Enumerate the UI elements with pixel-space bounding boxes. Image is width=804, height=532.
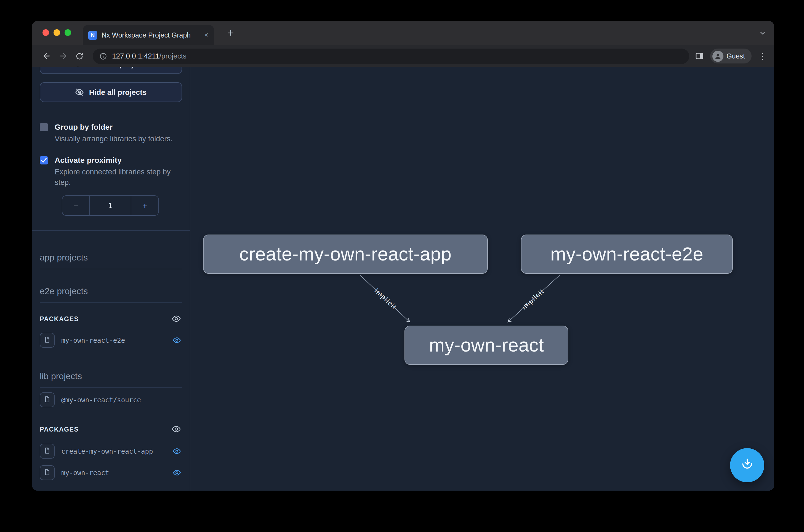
graph-sidebar: Show all projects Hide all projects Grou… [32, 67, 190, 491]
focus-project-button[interactable] [40, 465, 55, 480]
nx-favicon-icon: N [88, 31, 97, 39]
group-by-folder-option: Group by folder Visually arrange librari… [40, 122, 182, 144]
profile-label: Guest [726, 52, 745, 60]
project-name: create-my-own-react-app [61, 447, 153, 455]
download-icon [740, 457, 754, 474]
back-button[interactable] [39, 48, 54, 64]
desktop: N Nx Workspace Project Graph ✕ + [0, 0, 804, 532]
browser-window: N Nx Workspace Project Graph ✕ + [32, 21, 774, 491]
eye-off-icon [75, 88, 84, 97]
project-list-item: create-my-own-react-app [40, 444, 182, 459]
tab-title: Nx Workspace Project Graph [101, 31, 191, 39]
page-content: Show all projects Hide all projects Grou… [32, 67, 774, 491]
toggle-section-visibility-eye-icon[interactable] [172, 314, 181, 323]
url-text: 127.0.0.1:4211/projects [112, 52, 187, 60]
browser-menu-icon[interactable]: ⋮ [758, 51, 768, 61]
activate-proximity-label: Activate proximity [55, 155, 182, 165]
decrement-depth-button[interactable]: − [62, 196, 90, 215]
divider [32, 230, 190, 231]
group-by-folder-label: Group by folder [55, 122, 182, 132]
proximity-depth-stepper: − 1 + [62, 195, 159, 216]
document-icon [44, 446, 51, 456]
url-path: /projects [159, 52, 187, 60]
fullscreen-window-button[interactable] [64, 29, 71, 36]
project-name: my-own-react-e2e [61, 336, 125, 344]
packages-title: PACKAGES [40, 426, 79, 432]
document-icon [44, 395, 51, 405]
dependency-edges [190, 67, 774, 491]
graph-node-my-own-react-e2e[interactable]: my-own-react-e2e [521, 234, 733, 274]
group-by-folder-description: Visually arrange libraries by folders. [55, 134, 182, 144]
project-list-item: @my-own-react/source [40, 392, 182, 407]
hide-all-projects-button[interactable]: Hide all projects [40, 82, 182, 102]
minimize-window-button[interactable] [54, 29, 60, 36]
new-tab-button[interactable]: + [223, 25, 238, 41]
guest-avatar-icon [712, 51, 723, 61]
tab-close-icon[interactable]: ✕ [204, 32, 209, 38]
focus-project-button[interactable] [40, 392, 55, 407]
activate-proximity-option: Activate proximity Explore connected lib… [40, 155, 182, 188]
project-visibility-eye-icon[interactable] [173, 336, 181, 344]
e2e-projects-heading: e2e projects [40, 286, 182, 303]
focus-project-button[interactable] [40, 333, 55, 348]
increment-depth-button[interactable]: + [131, 196, 158, 215]
project-name: my-own-react [61, 469, 109, 477]
packages-title: PACKAGES [40, 316, 79, 322]
project-list-item: my-own-react [40, 465, 182, 480]
toolbar-actions: Guest ⋮ [694, 49, 768, 63]
group-by-folder-checkbox[interactable] [40, 123, 48, 131]
activate-proximity-description: Explore connected libraries step by step… [55, 167, 182, 188]
hide-all-projects-label: Hide all projects [89, 88, 147, 96]
activate-proximity-checkbox[interactable] [40, 156, 48, 165]
refresh-button[interactable] [72, 48, 87, 64]
eye-icon [73, 67, 82, 69]
close-window-button[interactable] [42, 29, 49, 36]
graph-canvas[interactable]: create-my-own-react-app my-own-react-e2e… [190, 67, 774, 491]
document-icon [44, 468, 51, 478]
project-visibility-eye-icon[interactable] [173, 469, 181, 477]
app-projects-heading: app projects [40, 253, 182, 269]
download-graph-button[interactable] [730, 448, 764, 482]
side-panel-icon[interactable] [694, 51, 704, 61]
graph-node-my-own-react[interactable]: my-own-react [404, 326, 568, 365]
window-controls [42, 29, 71, 36]
site-info-icon[interactable] [99, 52, 107, 60]
project-visibility-eye-icon[interactable] [173, 447, 181, 455]
focus-project-button[interactable] [40, 444, 55, 459]
lib-projects-heading: lib projects [40, 372, 182, 388]
address-bar[interactable]: 127.0.0.1:4211/projects [93, 48, 689, 64]
url-host: 127.0.0.1:4211 [112, 52, 159, 60]
document-icon [44, 335, 51, 345]
packages-section-header: PACKAGES [40, 424, 182, 434]
graph-node-create-my-own-react-app[interactable]: create-my-own-react-app [203, 234, 488, 274]
browser-tab[interactable]: N Nx Workspace Project Graph ✕ [83, 25, 214, 45]
toggle-section-visibility-eye-icon[interactable] [172, 424, 181, 434]
tab-strip: N Nx Workspace Project Graph ✕ + [32, 21, 774, 45]
forward-button[interactable] [55, 48, 71, 64]
project-name: @my-own-react/source [61, 396, 141, 404]
profile-button[interactable]: Guest [710, 49, 751, 63]
packages-section-header: PACKAGES [40, 314, 182, 323]
show-all-projects-button[interactable]: Show all projects [40, 67, 182, 74]
browser-toolbar: 127.0.0.1:4211/projects Guest ⋮ [32, 45, 774, 67]
project-list-item: my-own-react-e2e [40, 333, 182, 348]
show-all-projects-label: Show all projects [87, 67, 149, 68]
proximity-depth-value: 1 [90, 196, 131, 215]
tab-search-chevron-icon[interactable] [759, 29, 766, 37]
